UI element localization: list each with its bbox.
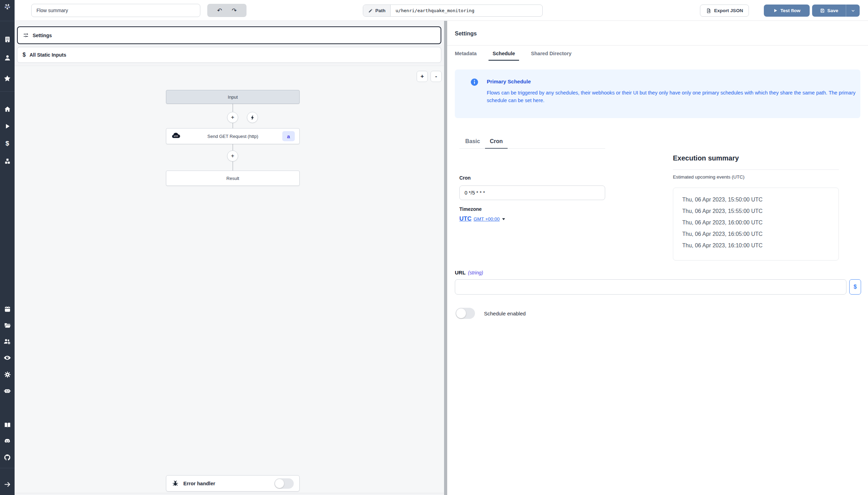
timezone-select[interactable]: UTC GMT +00:00 bbox=[459, 215, 506, 222]
github-icon[interactable] bbox=[3, 453, 11, 462]
schedule-enabled-toggle[interactable] bbox=[456, 308, 475, 319]
runs-play-icon[interactable] bbox=[3, 122, 11, 130]
flow-settings-button[interactable]: Settings bbox=[17, 26, 441, 44]
sidebar-divider bbox=[0, 91, 15, 92]
sidebar-divider bbox=[0, 21, 15, 21]
pencil-icon bbox=[368, 8, 373, 13]
event-row: Thu, 06 Apr 2023, 15:50:00 UTC bbox=[682, 194, 838, 205]
tab-shared-directory[interactable]: Shared Directory bbox=[527, 49, 576, 61]
save-icon bbox=[820, 8, 825, 13]
flow-summary-input[interactable] bbox=[31, 4, 200, 17]
flow-node-http-label: Send GET Request (http) bbox=[207, 134, 258, 139]
tab-metadata[interactable]: Metadata bbox=[455, 49, 481, 61]
url-label: URL bbox=[455, 270, 466, 275]
caret-down-icon bbox=[502, 217, 506, 221]
svg-text:HTTP: HTTP bbox=[174, 135, 178, 137]
dollar-icon: $ bbox=[23, 52, 26, 58]
timezone-label: Timezone bbox=[459, 206, 482, 212]
folders-icon[interactable] bbox=[3, 321, 11, 329]
add-step-button[interactable]: + bbox=[227, 150, 238, 162]
execution-summary-subtitle: Estimated upcoming events (UTC) bbox=[673, 174, 744, 180]
schedule-enabled-label: Schedule enabled bbox=[484, 311, 526, 316]
topbar: ↶ ↷ Path u/henri/earthquake_monitoring E… bbox=[15, 0, 868, 21]
toggle-knob bbox=[456, 308, 466, 318]
node-id-badge: a bbox=[282, 131, 295, 141]
groups-users-gear-icon[interactable] bbox=[3, 337, 11, 346]
cron-label: Cron bbox=[459, 175, 471, 181]
collapse-arrow-right-icon[interactable] bbox=[3, 480, 11, 488]
execution-summary-title: Execution summary bbox=[673, 154, 739, 162]
home-icon[interactable] bbox=[3, 105, 11, 113]
undo-icon[interactable]: ↶ bbox=[217, 8, 222, 14]
play-icon bbox=[773, 8, 778, 13]
save-button-group: Save bbox=[812, 5, 860, 17]
audit-eye-icon[interactable] bbox=[3, 354, 11, 362]
info-title: Primary Schedule bbox=[487, 79, 531, 84]
flow-node-result-label: Result bbox=[226, 176, 239, 181]
cron-input[interactable] bbox=[459, 185, 605, 200]
building-icon[interactable] bbox=[3, 35, 11, 43]
url-input[interactable] bbox=[455, 279, 846, 295]
save-dropdown-button[interactable] bbox=[846, 5, 860, 17]
sidebar-divider bbox=[0, 468, 15, 468]
insert-variable-button[interactable]: $ bbox=[849, 279, 861, 295]
url-type-hint: (string) bbox=[468, 270, 483, 275]
test-flow-button[interactable]: Test flow bbox=[764, 5, 810, 17]
person-icon[interactable] bbox=[3, 53, 11, 62]
error-handler-label: Error handler bbox=[183, 481, 215, 486]
save-button[interactable]: Save bbox=[812, 5, 846, 17]
schedule-enabled-row: Schedule enabled bbox=[456, 308, 526, 319]
all-static-inputs-button[interactable]: $ All Static Inputs bbox=[17, 47, 441, 63]
flow-settings-label: Settings bbox=[33, 33, 52, 38]
error-handler-toggle[interactable] bbox=[274, 478, 294, 489]
flow-node-input-label: Input bbox=[228, 94, 238, 100]
path-label-text: Path bbox=[375, 8, 385, 13]
panel-splitter[interactable] bbox=[444, 21, 447, 495]
event-row: Thu, 06 Apr 2023, 16:10:00 UTC bbox=[682, 240, 838, 251]
zoom-in-button[interactable]: + bbox=[417, 71, 428, 82]
sliders-icon bbox=[23, 32, 29, 38]
add-step-button[interactable]: + bbox=[227, 112, 238, 123]
discord-icon[interactable] bbox=[3, 437, 11, 445]
tab-cron[interactable]: Cron bbox=[485, 138, 508, 149]
flow-canvas[interactable]: + - Input + HTTP Send GET Request (http)… bbox=[15, 66, 444, 493]
redo-icon[interactable]: ↷ bbox=[232, 8, 237, 14]
star-icon[interactable] bbox=[3, 74, 11, 83]
workers-robot-icon[interactable] bbox=[3, 387, 11, 395]
docs-book-icon[interactable] bbox=[3, 421, 11, 429]
export-json-label: Export JSON bbox=[714, 8, 743, 13]
export-json-button[interactable]: Export JSON bbox=[700, 5, 749, 17]
tab-schedule[interactable]: Schedule bbox=[489, 49, 519, 61]
tab-basic[interactable]: Basic bbox=[459, 138, 485, 149]
windmill-flow-editor: $ bbox=[0, 0, 868, 495]
url-field-header: URL (string) bbox=[455, 270, 483, 275]
windmill-logo-icon[interactable] bbox=[3, 2, 11, 11]
file-export-icon bbox=[706, 8, 711, 14]
path-field: Path u/henri/earthquake_monitoring bbox=[363, 5, 543, 17]
http-cloud-icon: HTTP bbox=[171, 133, 181, 140]
all-static-inputs-label: All Static Inputs bbox=[30, 52, 66, 58]
flow-node-http[interactable]: HTTP Send GET Request (http) a bbox=[166, 128, 300, 144]
primary-schedule-info-box: Primary Schedule Flows can be triggered … bbox=[455, 69, 860, 118]
schedules-calendar-icon[interactable] bbox=[3, 305, 11, 313]
error-handler-row[interactable]: Error handler bbox=[166, 475, 300, 492]
zoom-out-button[interactable]: - bbox=[431, 71, 442, 82]
divider bbox=[447, 45, 868, 46]
variables-dollar-icon[interactable]: $ bbox=[3, 139, 11, 148]
chevron-down-icon bbox=[851, 8, 856, 13]
path-label[interactable]: Path bbox=[363, 5, 391, 16]
upcoming-events-box: Thu, 06 Apr 2023, 15:50:00 UTC Thu, 06 A… bbox=[673, 188, 839, 261]
path-value[interactable]: u/henri/earthquake_monitoring bbox=[391, 5, 542, 16]
trigger-lightning-button[interactable] bbox=[247, 112, 258, 123]
timezone-offset: GMT +00:00 bbox=[474, 216, 500, 222]
info-body: Flows can be triggered by any schedules,… bbox=[487, 89, 856, 104]
settings-gear-icon[interactable] bbox=[3, 370, 11, 379]
info-icon bbox=[470, 78, 479, 86]
flow-panel: Settings $ All Static Inputs + - Input +… bbox=[15, 21, 444, 495]
resources-cubes-icon[interactable] bbox=[3, 157, 11, 165]
test-flow-label: Test flow bbox=[781, 8, 801, 13]
flow-node-input[interactable]: Input bbox=[166, 90, 300, 104]
lightning-icon bbox=[250, 115, 255, 120]
event-row: Thu, 06 Apr 2023, 16:05:00 UTC bbox=[682, 228, 838, 240]
flow-node-result[interactable]: Result bbox=[166, 171, 300, 186]
